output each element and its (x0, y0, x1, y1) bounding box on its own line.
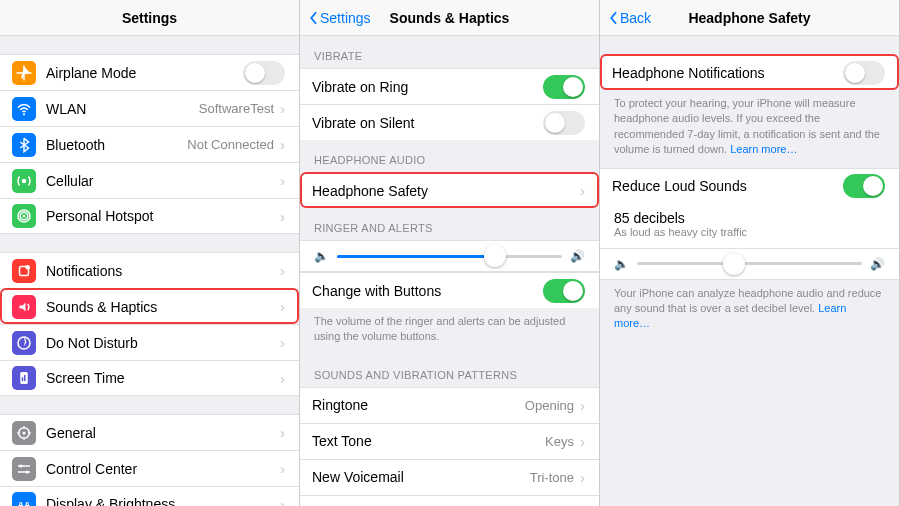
svg-point-1 (22, 178, 27, 183)
sounds-haptics-panel: Settings Sounds & Haptics VIBRATE Vibrat… (300, 0, 600, 506)
toggle[interactable] (843, 174, 885, 198)
chevron-right-icon: › (280, 172, 285, 189)
volume-low-icon: 🔈 (614, 257, 629, 271)
page-title: Settings (122, 10, 177, 26)
svg-point-12 (23, 431, 26, 434)
chevron-right-icon: › (580, 397, 585, 414)
svg-point-0 (23, 113, 25, 115)
general-icon (12, 421, 36, 445)
section-header-ringer: RINGER AND ALERTS (300, 208, 599, 240)
toggle[interactable] (543, 279, 585, 303)
row-sounds-haptics[interactable]: Sounds & Haptics› (0, 288, 299, 324)
section-footer: To protect your hearing, your iPhone wil… (600, 90, 899, 168)
row-text-tone[interactable]: Text ToneKeys› (300, 423, 599, 459)
chevron-right-icon: › (280, 100, 285, 117)
row-cellular[interactable]: Cellular› (0, 162, 299, 198)
navbar: Back Headphone Safety (600, 0, 899, 36)
row-decibel-readout: 85 decibels As loud as heavy city traffi… (600, 204, 899, 249)
row-headphone-safety[interactable]: Headphone Safety › (300, 172, 599, 208)
airplane-icon (12, 61, 36, 85)
row-vibrate-ring[interactable]: Vibrate on Ring (300, 68, 599, 104)
row-change-with-buttons[interactable]: Change with Buttons (300, 272, 599, 308)
chevron-right-icon: › (280, 298, 285, 315)
section-footer: Your iPhone can analyze headphone audio … (600, 280, 899, 342)
chevron-right-icon: › (580, 433, 585, 450)
page-title: Sounds & Haptics (390, 10, 510, 26)
slider[interactable] (337, 255, 562, 258)
navbar: Settings Sounds & Haptics (300, 0, 599, 36)
control-icon (12, 457, 36, 481)
row-ringtone[interactable]: RingtoneOpening› (300, 387, 599, 423)
chevron-right-icon: › (280, 334, 285, 351)
section-header-headphone: HEADPHONE AUDIO (300, 140, 599, 172)
row-do-not-disturb[interactable]: Do Not Disturb› (0, 324, 299, 360)
row-ringer-slider[interactable]: 🔈 🔊 (300, 240, 599, 272)
section-header-vibrate: VIBRATE (300, 36, 599, 68)
chevron-right-icon: › (280, 208, 285, 225)
svg-text:AA: AA (18, 500, 31, 506)
row-personal-hotspot[interactable]: Personal Hotspot› (0, 198, 299, 234)
svg-rect-9 (22, 377, 24, 381)
row-notifications[interactable]: Notifications› (0, 252, 299, 288)
toggle[interactable] (543, 111, 585, 135)
svg-point-7 (18, 337, 30, 349)
svg-rect-10 (24, 375, 26, 381)
chevron-right-icon: › (280, 424, 285, 441)
chevron-right-icon: › (280, 496, 285, 507)
row-bluetooth[interactable]: BluetoothNot Connected› (0, 126, 299, 162)
chevron-right-icon: › (280, 460, 285, 477)
chevron-right-icon: › (580, 469, 585, 486)
chevron-right-icon: › (280, 262, 285, 279)
toggle[interactable] (843, 61, 885, 85)
chevron-left-icon (308, 11, 318, 25)
chevron-right-icon: › (580, 182, 585, 199)
settings-panel: Settings Airplane ModeWLANSoftwareTest›B… (0, 0, 300, 506)
row-calendar-alerts[interactable]: Calendar AlertsChord› (300, 495, 599, 506)
display-icon: AA (12, 492, 36, 506)
back-button[interactable]: Back (608, 10, 651, 26)
section-footer: The volume of the ringer and alerts can … (300, 308, 599, 355)
screentime-icon (12, 366, 36, 390)
row-wlan[interactable]: WLANSoftwareTest› (0, 90, 299, 126)
svg-point-6 (26, 265, 31, 270)
row-airplane-mode[interactable]: Airplane Mode (0, 54, 299, 90)
row-new-voicemail[interactable]: New VoicemailTri-tone› (300, 459, 599, 495)
toggle[interactable] (543, 75, 585, 99)
section-header-patterns: SOUNDS AND VIBRATION PATTERNS (300, 355, 599, 387)
chevron-left-icon (608, 11, 618, 25)
row-reduce-loud-sounds[interactable]: Reduce Loud Sounds (600, 168, 899, 204)
volume-high-icon: 🔊 (570, 249, 585, 263)
row-vibrate-silent[interactable]: Vibrate on Silent (300, 104, 599, 140)
headphone-safety-panel: Back Headphone Safety Headphone Notifica… (600, 0, 900, 506)
dnd-icon (12, 331, 36, 355)
chevron-right-icon: › (280, 136, 285, 153)
row-control-center[interactable]: Control Center› (0, 450, 299, 486)
notifications-icon (12, 259, 36, 283)
bluetooth-icon (12, 133, 36, 157)
cellular-icon (12, 169, 36, 193)
row-decibel-slider[interactable]: 🔈 🔊 (600, 249, 899, 280)
learn-more-link[interactable]: Learn more… (730, 143, 797, 155)
row-display-brightness[interactable]: AADisplay & Brightness› (0, 486, 299, 506)
chevron-right-icon: › (280, 370, 285, 387)
volume-high-icon: 🔊 (870, 257, 885, 271)
volume-low-icon: 🔈 (314, 249, 329, 263)
hotspot-icon (12, 204, 36, 228)
slider[interactable] (637, 262, 862, 265)
page-title: Headphone Safety (688, 10, 810, 26)
wifi-icon (12, 97, 36, 121)
row-screen-time[interactable]: Screen Time› (0, 360, 299, 396)
svg-point-2 (23, 215, 26, 218)
sounds-icon (12, 295, 36, 319)
row-general[interactable]: General› (0, 414, 299, 450)
row-headphone-notifications[interactable]: Headphone Notifications (600, 54, 899, 90)
navbar: Settings (0, 0, 299, 36)
toggle[interactable] (243, 61, 285, 85)
back-button[interactable]: Settings (308, 10, 371, 26)
